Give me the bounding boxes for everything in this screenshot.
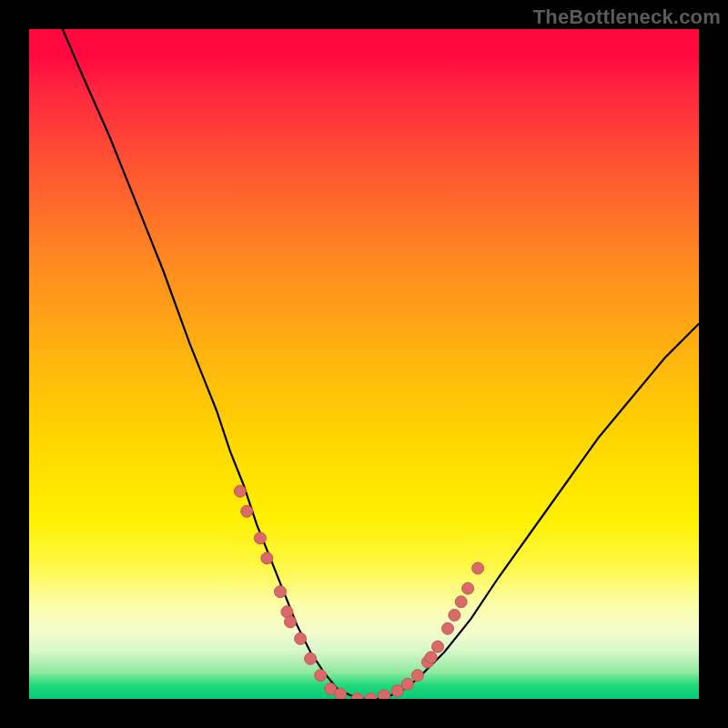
bottleneck-curve <box>63 29 699 699</box>
marker-point <box>261 552 273 564</box>
chart-overlay <box>29 29 699 699</box>
marker-point <box>285 616 297 628</box>
marker-point <box>411 670 423 682</box>
marker-point <box>241 505 253 517</box>
watermark-text: TheBottleneck.com <box>533 5 721 29</box>
chart-frame: TheBottleneck.com <box>0 0 728 728</box>
plot-area <box>29 29 699 699</box>
marker-point <box>254 532 266 544</box>
marker-point <box>455 596 467 608</box>
marker-point <box>351 693 363 700</box>
marker-point <box>472 562 484 574</box>
marker-point <box>391 685 403 697</box>
marker-point <box>295 632 307 644</box>
marker-point <box>379 690 390 699</box>
marker-point <box>335 688 347 699</box>
marker-point <box>234 485 246 497</box>
marker-point <box>449 610 460 622</box>
marker-point <box>275 586 287 598</box>
marker-point <box>442 622 454 634</box>
marker-point <box>432 641 444 652</box>
marker-point <box>305 652 317 664</box>
marker-point <box>425 652 437 663</box>
marker-point <box>462 582 474 594</box>
data-markers <box>234 485 483 699</box>
marker-point <box>365 693 377 700</box>
marker-point <box>401 678 413 690</box>
marker-point <box>315 670 327 682</box>
